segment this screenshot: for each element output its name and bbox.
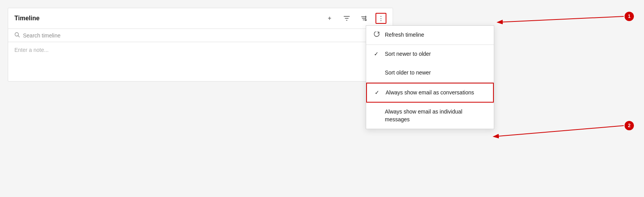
callout-badge-1: 1 [625,12,634,21]
sort-newer-check: ✓ [374,51,380,57]
sort-newer-label: Sort newer to older [385,50,486,58]
header-icons: + ⋮ [324,13,386,24]
note-placeholder-text: Enter a note... [14,47,49,53]
page-container: Timeline + ⋮ [8,8,636,82]
more-options-button[interactable]: ⋮ [376,13,386,24]
add-button[interactable]: + [324,13,335,24]
timeline-title: Timeline [14,15,324,22]
menu-item-individual[interactable]: Always show email as individual messages [366,103,494,129]
svg-line-3 [494,126,624,137]
timeline-panel: Timeline + ⋮ [8,8,393,82]
note-area[interactable]: Enter a note... [8,42,393,81]
callout-badge-2: 2 [625,121,634,130]
menu-item-sort-newer[interactable]: ✓ Sort newer to older [366,45,494,64]
filter-button[interactable] [341,13,352,24]
sort-button[interactable] [358,13,369,24]
refresh-label: Refresh timeline [385,31,486,39]
sort-older-label: Sort older to newer [385,69,486,77]
search-placeholder-text: Search timeline [23,32,61,39]
individual-label: Always show email as individual messages [385,108,486,123]
timeline-header: Timeline + ⋮ [8,8,393,29]
conversations-check: ✓ [375,89,381,96]
menu-item-refresh[interactable]: Refresh timeline [366,26,494,45]
dropdown-menu: Refresh timeline ✓ Sort newer to older S… [366,25,494,129]
menu-item-sort-older[interactable]: Sort older to newer [366,64,494,83]
search-bar: Search timeline [8,29,393,42]
svg-line-2 [498,16,624,22]
refresh-check [374,32,380,39]
conversations-label: Always show email as conversations [386,89,485,97]
menu-item-conversations[interactable]: ✓ Always show email as conversations [366,83,494,103]
search-icon [14,32,20,39]
svg-line-1 [18,36,20,37]
